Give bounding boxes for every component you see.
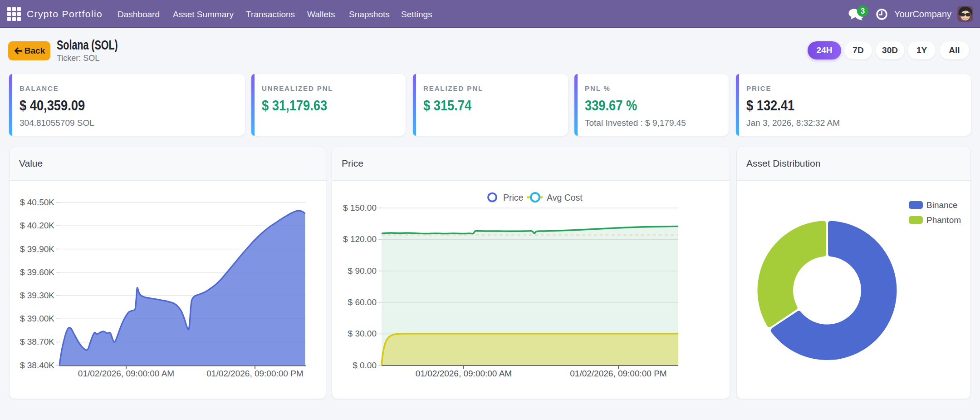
svg-text:Avg Cost: Avg Cost [547, 193, 583, 203]
svg-text:$ 39.30K: $ 39.30K [20, 291, 54, 300]
svg-text:Phantom: Phantom [926, 215, 961, 225]
svg-text:$ 120.00: $ 120.00 [343, 234, 377, 244]
svg-text:$ 150.00: $ 150.00 [343, 203, 377, 212]
svg-text:$ 60.00: $ 60.00 [348, 297, 377, 307]
svg-text:Binance: Binance [926, 200, 958, 210]
svg-text:$ 40.50K: $ 40.50K [20, 198, 54, 207]
svg-text:$ 38.70K: $ 38.70K [20, 337, 54, 346]
svg-text:$ 39.90K: $ 39.90K [20, 244, 54, 254]
svg-text:01/02/2026, 09:00:00 AM: 01/02/2026, 09:00:00 AM [416, 369, 512, 378]
svg-text:$ 0.00: $ 0.00 [353, 361, 377, 370]
svg-text:01/02/2026, 09:00:00 AM: 01/02/2026, 09:00:00 AM [78, 369, 174, 378]
svg-text:$ 38.40K: $ 38.40K [20, 361, 54, 370]
svg-text:01/02/2026, 09:00:00 PM: 01/02/2026, 09:00:00 PM [206, 369, 303, 378]
svg-text:$ 40.20K: $ 40.20K [20, 221, 54, 230]
svg-text:$ 39.00K: $ 39.00K [20, 314, 54, 323]
svg-text:$ 90.00: $ 90.00 [348, 266, 377, 276]
svg-text:Price: Price [503, 193, 523, 203]
svg-text:$ 39.60K: $ 39.60K [20, 267, 54, 277]
svg-text:$ 30.00: $ 30.00 [348, 329, 377, 338]
svg-text:01/02/2026, 09:00:00 PM: 01/02/2026, 09:00:00 PM [570, 369, 666, 378]
